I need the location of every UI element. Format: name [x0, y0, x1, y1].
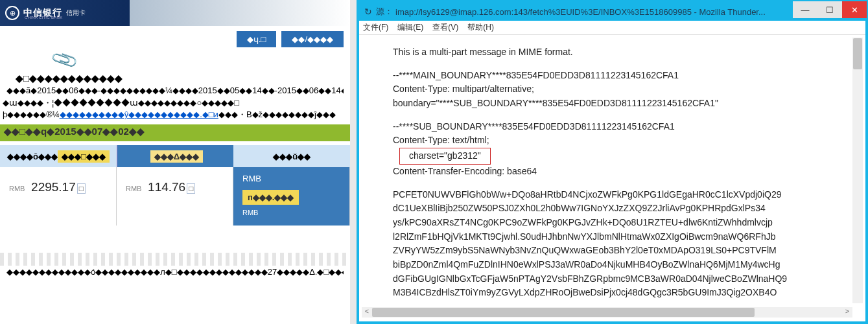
base64-line: biBpZD0nZml4QmFuZDlnIHN0eWxlPSJ3aWR0aDo4… — [393, 258, 820, 272]
hscroll-thumb[interactable] — [372, 308, 755, 317]
g4-prefix: þ◆◆◆◆◆◆®¼ — [3, 110, 60, 119]
refresh-icon: ↻ — [364, 6, 372, 17]
boundary-param: boundary="****SUB_BOUNDARY****835E54FD0E… — [393, 97, 820, 111]
base64-line: ZVRyYW5zZm9ybS5NaWNyb3NvZnQuQWxwaGEob3Bh… — [393, 244, 820, 258]
menu-bar: 文件(F) 编辑(E) 查看(V) 帮助(H) — [359, 21, 865, 35]
garbled-line-2: ◆◆◆ã◆2015◆◆06◆◆◆-◆◆◆◆◆◆◆◆◆◆¼◆◆◆◆2015◆◆05… — [6, 86, 344, 95]
bank-header: ⊕ 中信银行 信用卡 CHINA CITIC BANK — [0, 0, 143, 26]
tab-2[interactable]: ◆◆◆Δ◆◆◆ — [117, 145, 234, 167]
hscroll-track[interactable] — [372, 308, 842, 317]
garbled-footer: ◆◆◆◆◆◆◆◆◆◆◆◆◆ó◆◆◆◆◆◆◆◆◆◆л◆□◆◆◆◆◆◆◆◆◆◆◆◆◆… — [6, 267, 344, 277]
scroll-left-icon[interactable]: < — [362, 308, 372, 317]
amount-cell-3[interactable]: RMB п◆◆◆.◆◆◆ RMB — [233, 167, 350, 226]
tab-1-highlight: ◆◆◆□◆◆◆ — [58, 150, 110, 163]
amount-3-top: RMB — [242, 174, 340, 183]
charset-highlight: charset="gb2312" — [399, 148, 491, 165]
amount-value-2: 114.76 — [148, 180, 185, 194]
amount-value-1: 2295.17 — [31, 180, 76, 194]
garbled-line-3: ◆ɯ◆◆◆◆・¦◆◆◆◆◆◆◆◆◆ɯ◆◆◆◆◆◆◆◆◆○◆◆◆◆◆□ — [3, 97, 346, 109]
window-titlebar[interactable]: ↻ 源： imap://lsy6129@imap.126.com:143/fet… — [359, 3, 865, 21]
window-controls: — ☐ ✕ — [793, 1, 867, 18]
amount-cell-1: RMB 2295.17□ — [0, 167, 117, 226]
tab-1[interactable]: ◆◆◆◆ŏ◆◆◆ ◆◆◆□◆◆◆ — [0, 145, 117, 167]
tab-1-left: ◆◆◆◆ŏ◆◆◆ — [7, 152, 58, 161]
vscroll-thumb[interactable] — [853, 38, 862, 69]
menu-file[interactable]: 文件(F) — [363, 22, 388, 33]
sub-boundary: --****SUB_BOUNDARY****835E54FD0EDD3D8111… — [393, 120, 820, 134]
action-buttons: ◆ɥ.□ ◆◆/◆◆◆◆ — [237, 31, 344, 47]
garbled-heading: ◆□◆◆◆◆◆◆◆◆◆◆◆◆ — [16, 73, 123, 84]
base64-line: dC1UeXBlIiBjb250ZW50PSJ0ZXh0L2h0bWw7IGNo… — [393, 202, 820, 216]
amount-unit-2: □ — [187, 183, 195, 194]
base64-line: l2RlZmF1bHQjVk1MKTt9Cjwhl.S0udHJhbnNwYXJ… — [393, 230, 820, 244]
menu-help[interactable]: 帮助(H) — [467, 22, 494, 33]
date-bar: ◆◆□◆◆q◆2015◆◆07◆◆02◆◆ — [0, 124, 350, 141]
amount-3-bottom: RMB — [242, 209, 340, 216]
main-boundary: --****MAIN_BOUNDARY****835E54FD0EDD3D811… — [393, 69, 820, 83]
amount-3-highlight: п◆◆◆.◆◆◆ — [242, 190, 299, 205]
base64-line: ys/kPC90aXRsZT4NCg0KPC9oZWFkPg0KPGJvZHk+… — [393, 216, 820, 230]
amount-cell-2: RMB 114.76□ — [117, 167, 233, 226]
close-button[interactable]: ✕ — [842, 1, 867, 18]
base64-line: M3B4ICBzdHlsZT0iYm9yZGVyLXdpZHRoOjBweDsi… — [393, 286, 820, 300]
amount-unit-1: □ — [77, 183, 86, 194]
minimize-button[interactable]: — — [793, 1, 817, 18]
menu-edit[interactable]: 编辑(E) — [397, 22, 423, 33]
menu-view[interactable]: 查看(V) — [432, 22, 458, 33]
title-url: imap://lsy6129@imap.126.com:143/fetch%3E… — [395, 7, 766, 17]
tabs-row: ◆◆◆◆ŏ◆◆◆ ◆◆◆□◆◆◆ ◆◆◆Δ◆◆◆ ◆◆◆ŭ◆◆ — [0, 145, 350, 167]
header-fade — [130, 0, 350, 26]
bank-logo-icon: ⊕ — [5, 6, 19, 20]
tab-3[interactable]: ◆◆◆ŭ◆◆ — [233, 145, 350, 167]
separator-wave — [0, 253, 350, 266]
content-type-html: Content-Type: text/html; — [393, 133, 820, 148]
vertical-scrollbar[interactable] — [852, 38, 863, 303]
bank-name-en: CHINA CITIC BANK — [25, 16, 62, 19]
base64-line: PCFET0NUWVBFlGh0bWw+DQo8aHRtbD4NCjxoZWFk… — [393, 188, 820, 202]
action-button-1[interactable]: ◆ɥ.□ — [237, 31, 276, 47]
garbled-line-4: þ◆◆◆◆◆◆®¼◆◆◆◆◆◆◆◆◆◆ŷ◆◆◆◆◆◆◆◆◆◆◆.◆□и◆◆◆・В… — [3, 109, 346, 121]
content-type-multipart: Content-Type: multipart/alternative; — [393, 82, 820, 97]
charset-line: charset="gb2312" — [393, 148, 820, 165]
title-prefix: 源： — [376, 6, 393, 17]
action-button-2[interactable]: ◆◆/◆◆◆◆ — [281, 31, 344, 47]
base64-line: dGFibGUgIGNlbGxTcGFjaW5nPTAgY2VsbFBhZGRp… — [393, 272, 820, 286]
g4-suffix: ◆◆◆・В◆ž◆◆◆◆◆◆◆◆ĵ◆◆◆ — [218, 110, 336, 119]
amounts-row: RMB 2295.17□ RMB 114.76□ RMB п◆◆◆.◆◆◆ RM… — [0, 167, 350, 226]
thunderbird-window: ↻ 源： imap://lsy6129@imap.126.com:143/fet… — [357, 0, 868, 324]
maximize-button[interactable]: ☐ — [817, 1, 842, 18]
tab-2-highlight: ◆◆◆Δ◆◆◆ — [150, 150, 203, 163]
transfer-encoding: Content-Transfer-Encoding: base64 — [393, 165, 820, 179]
garbled-link[interactable]: ◆◆◆◆◆◆◆◆◆◆ŷ◆◆◆◆◆◆◆◆◆◆◆.◆□и — [60, 110, 218, 119]
horizontal-scrollbar[interactable]: < > — [362, 307, 852, 318]
currency-1: RMB — [9, 185, 25, 192]
mime-intro: This is a multi-part message in MIME for… — [393, 45, 820, 60]
credit-card-label: 信用卡 — [66, 8, 86, 17]
paperclip-icon: 📎 — [49, 45, 80, 75]
email-render-pane: ⊕ 中信银行 信用卡 CHINA CITIC BANK ◆ɥ.□ ◆◆/◆◆◆◆… — [0, 0, 350, 324]
source-content[interactable]: This is a multi-part message in MIME for… — [362, 38, 851, 302]
currency-2: RMB — [126, 185, 141, 192]
scroll-right-icon[interactable]: > — [842, 308, 852, 317]
